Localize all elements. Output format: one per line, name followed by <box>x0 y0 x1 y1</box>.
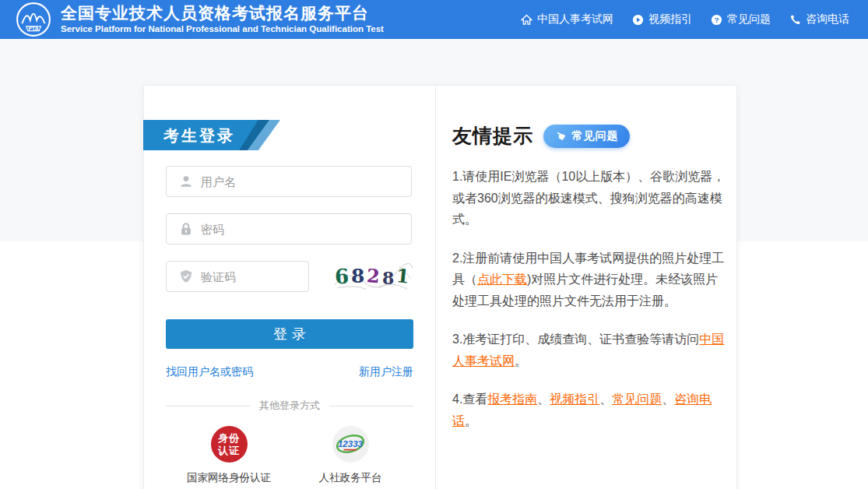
logo-text: PTA <box>28 26 38 31</box>
tip-text: 1.请使用IE浏览器（10以上版本）、谷歌浏览器，或者360浏览器的极速模式、搜… <box>452 170 725 226</box>
divider-line <box>166 406 250 406</box>
play-icon <box>632 14 644 26</box>
method-label: 人社政务平台 <box>319 471 382 485</box>
tips-title: 友情提示 <box>452 123 533 149</box>
app-header: PTA 全国专业技术人员资格考试报名服务平台 Service Platform … <box>0 0 868 39</box>
main-card: 考生登录 <box>143 85 737 489</box>
nav-item-hotline[interactable]: 咨询电话 <box>789 12 849 26</box>
svg-text:?: ? <box>715 16 719 23</box>
method-label: 国家网络身份认证 <box>187 471 271 485</box>
shield-check-icon <box>178 269 194 284</box>
video-guide-link[interactable]: 视频指引 <box>550 392 599 406</box>
tip-text: 4.查看 <box>452 392 487 406</box>
pointing-hand-icon: ☚ <box>553 128 568 143</box>
forgot-credentials-link[interactable]: 找回用户名或密码 <box>166 365 253 379</box>
tip-text: 。 <box>465 414 477 427</box>
faq-pill-label: 常见问题 <box>571 129 618 143</box>
login-button[interactable]: 登录 <box>166 319 413 349</box>
other-login-methods: 身份 认证 国家网络身份认证 12333 人社政务平台 <box>166 426 413 485</box>
login-links-row: 找回用户名或密码 新用户注册 <box>166 365 413 379</box>
login-banner-title: 考生登录 <box>163 125 235 146</box>
exam-guide-link[interactable]: 报考指南 <box>487 392 537 406</box>
nav-item-video-guide[interactable]: 视频指引 <box>632 12 692 26</box>
captcha-digit: 2 <box>367 266 383 286</box>
tip-item-2: 2.注册前请使用中国人事考试网提供的照片处理工具（点此下载)对照片文件进行处理。… <box>452 248 726 312</box>
nav-item-label: 视频指引 <box>648 12 692 26</box>
page-subtitle: Service Platform for National Profession… <box>61 24 384 35</box>
divider-line <box>329 406 413 406</box>
password-field-wrap <box>166 213 412 244</box>
tips-panel: 友情提示 ☚ 常见问题 1.请使用IE浏览器（10以上版本）、谷歌浏览器，或者3… <box>435 86 740 489</box>
captcha-row: 6 8 2 8 1 <box>166 261 413 292</box>
tip-text: 3.准考证打印、成绩查询、证书查验等请访问 <box>452 332 699 346</box>
tips-header: 友情提示 ☚ 常见问题 <box>452 123 726 149</box>
nav-item-label: 中国人事考试网 <box>537 12 613 26</box>
tip-item-3: 3.准考证打印、成绩查询、证书查验等请访问中国人事考试网。 <box>452 329 726 371</box>
username-input[interactable] <box>201 175 403 188</box>
captcha-digit: 6 <box>334 266 351 287</box>
method-national-id: 身份 认证 国家网络身份认证 <box>174 426 283 485</box>
pta-logo-icon: PTA <box>16 2 51 37</box>
nav-item-label: 常见问题 <box>727 12 771 26</box>
username-field-wrap <box>166 166 412 197</box>
nav-item-label: 咨询电话 <box>806 12 849 26</box>
tip-text: 、 <box>599 392 612 406</box>
tip-item-1: 1.请使用IE浏览器（10以上版本）、谷歌浏览器，或者360浏览器的极速模式、搜… <box>452 166 726 230</box>
tip-text: 、 <box>662 392 674 406</box>
register-link[interactable]: 新用户注册 <box>359 365 413 379</box>
question-icon: ? <box>711 14 722 26</box>
faq-pill-button[interactable]: ☚ 常见问题 <box>543 125 630 148</box>
nav-item-faq[interactable]: ? 常见问题 <box>711 12 771 26</box>
badge-text-line: 身份 <box>218 432 240 445</box>
password-input[interactable] <box>201 223 403 236</box>
badge-text-line: 认证 <box>218 445 240 457</box>
faq-link[interactable]: 常见问题 <box>612 392 662 406</box>
tip-item-4: 4.查看报考指南、视频指引、常见问题、咨询电话。 <box>452 389 726 431</box>
lock-icon <box>178 221 194 237</box>
home-icon <box>521 14 532 26</box>
user-icon <box>178 174 194 189</box>
captcha-digit: 8 <box>351 266 367 286</box>
captcha-field-wrap <box>166 261 309 292</box>
download-photo-tool-link[interactable]: 点此下载 <box>477 273 527 286</box>
other-login-divider: 其他登录方式 <box>166 399 413 413</box>
top-nav: 中国人事考试网 视频指引 ? 常见问题 咨询电话 <box>521 12 849 26</box>
identity-auth-badge[interactable]: 身份 认证 <box>211 426 248 463</box>
badge-12333-text: 12333 <box>338 439 364 449</box>
login-panel: 考生登录 <box>144 86 435 489</box>
captcha-input[interactable] <box>201 270 300 283</box>
captcha-digit: 8 <box>382 269 396 287</box>
other-login-label: 其他登录方式 <box>259 399 320 413</box>
captcha-image[interactable]: 6 8 2 8 1 <box>333 262 413 291</box>
nav-item-cpta-site[interactable]: 中国人事考试网 <box>521 12 613 26</box>
header-titles: 全国专业技术人员资格考试报名服务平台 Service Platform for … <box>61 4 384 34</box>
page-title: 全国专业技术人员资格考试报名服务平台 <box>61 4 384 23</box>
phone-icon <box>789 14 801 26</box>
tip-text: 。 <box>515 354 527 368</box>
captcha-digits: 6 8 2 8 1 <box>335 266 412 287</box>
method-12333: 12333 人社政务平台 <box>296 426 405 485</box>
login-banner: 考生登录 <box>143 120 280 150</box>
badge-12333-icon[interactable]: 12333 <box>332 426 369 463</box>
tip-text: 、 <box>537 392 550 406</box>
captcha-digit: 1 <box>395 266 413 287</box>
